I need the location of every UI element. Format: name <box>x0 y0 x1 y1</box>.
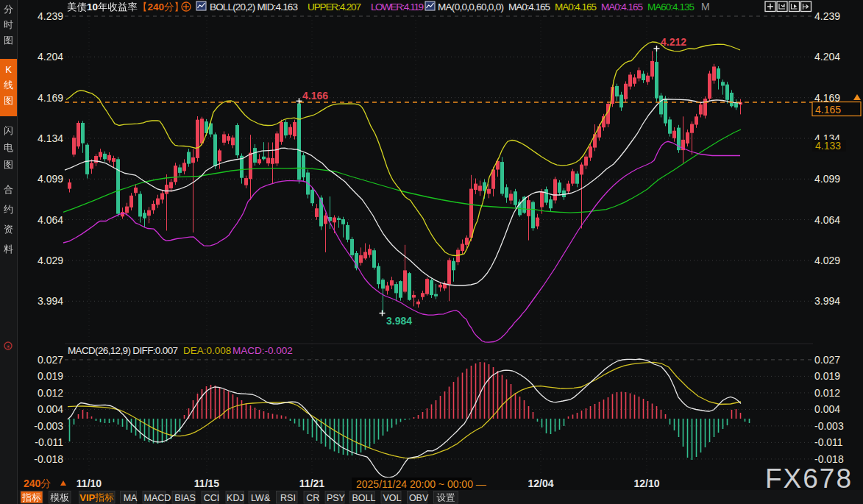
svg-text:-0.011: -0.011 <box>35 436 63 448</box>
svg-text:240: 240 <box>148 1 165 13</box>
svg-text:0.012: 0.012 <box>38 387 63 399</box>
svg-text:10: 10 <box>87 1 98 13</box>
svg-text:0.019: 0.019 <box>814 370 840 382</box>
svg-text:12/10: 12/10 <box>633 478 659 489</box>
svg-text:UPPER:4.207: UPPER:4.207 <box>308 1 361 13</box>
svg-text:4.204: 4.204 <box>814 51 840 63</box>
svg-text:OBV: OBV <box>409 493 429 503</box>
svg-text:4.099: 4.099 <box>814 173 840 185</box>
svg-text:M: M <box>701 1 710 13</box>
svg-text:BIAS: BIAS <box>174 493 195 503</box>
svg-text:0.004: 0.004 <box>38 403 63 415</box>
svg-text:-0.003: -0.003 <box>34 420 63 432</box>
svg-text:4.134: 4.134 <box>38 132 63 144</box>
svg-text:-0.011: -0.011 <box>814 436 843 448</box>
svg-text:CR: CR <box>306 493 319 503</box>
svg-text:MA(0,0,0,60,0,0): MA(0,0,0,60,0,0) <box>438 1 504 13</box>
svg-text:LOWER:4.119: LOWER:4.119 <box>371 1 424 13</box>
svg-text:MA0:4.165: MA0:4.165 <box>508 1 550 13</box>
svg-text:MA0:4.165: MA0:4.165 <box>555 1 597 13</box>
svg-text:-0.003: -0.003 <box>814 420 844 432</box>
svg-text:4.239: 4.239 <box>814 10 840 22</box>
svg-text:4.166: 4.166 <box>302 90 328 102</box>
svg-text:4.239: 4.239 <box>38 10 63 22</box>
svg-text:FX678: FX678 <box>765 464 853 494</box>
svg-text:11/10: 11/10 <box>77 478 102 489</box>
svg-text:RSI: RSI <box>280 493 296 503</box>
svg-text:MA: MA <box>124 493 138 503</box>
svg-text:4.212: 4.212 <box>661 36 686 48</box>
svg-text:12/04: 12/04 <box>528 478 553 489</box>
svg-text:VOL: VOL <box>383 493 401 503</box>
svg-text:3.984: 3.984 <box>386 315 412 327</box>
svg-text:11/15: 11/15 <box>194 478 219 489</box>
svg-text:3.994: 3.994 <box>38 295 63 307</box>
svg-text:240: 240 <box>24 478 41 489</box>
svg-text:PSY: PSY <box>327 493 346 503</box>
svg-text:MACD(26,12,9) DIFF:0.007: MACD(26,12,9) DIFF:0.007 <box>68 345 178 356</box>
svg-text:11/21: 11/21 <box>299 478 324 489</box>
svg-text:4.165: 4.165 <box>815 104 841 116</box>
svg-text:MA0:4.165: MA0:4.165 <box>601 1 643 13</box>
svg-text:0.027: 0.027 <box>38 354 63 366</box>
svg-text:CCI: CCI <box>204 493 220 503</box>
svg-text:K: K <box>5 64 12 75</box>
svg-text:LW&: LW& <box>251 493 271 503</box>
svg-text:0.019: 0.019 <box>38 370 63 382</box>
svg-text:DEA:0.008: DEA:0.008 <box>183 345 231 356</box>
svg-text:0.027: 0.027 <box>814 354 840 366</box>
svg-text:MACD:-0.002: MACD:-0.002 <box>232 345 293 356</box>
svg-text:2025/11/24 20:00 ~ 00:00 —: 2025/11/24 20:00 ~ 00:00 — <box>356 478 486 490</box>
svg-text:BOLL: BOLL <box>352 493 375 503</box>
svg-text:4.099: 4.099 <box>38 173 63 185</box>
svg-text:-0.018: -0.018 <box>34 453 63 465</box>
svg-text:0.004: 0.004 <box>814 403 840 415</box>
svg-text:KDJ: KDJ <box>227 493 244 503</box>
svg-text:4.133: 4.133 <box>815 140 841 152</box>
svg-text:4.029: 4.029 <box>814 255 840 266</box>
svg-text:4.169: 4.169 <box>38 92 63 104</box>
svg-text:BOLL(20,2) MID:4.163: BOLL(20,2) MID:4.163 <box>210 1 298 13</box>
svg-text:4.064: 4.064 <box>38 214 63 226</box>
svg-text:☀: ☀ <box>5 344 10 350</box>
svg-text:4.204: 4.204 <box>38 51 63 63</box>
svg-text:0.012: 0.012 <box>814 387 840 399</box>
svg-text:4.029: 4.029 <box>38 255 63 266</box>
svg-text:3.994: 3.994 <box>814 295 840 307</box>
svg-text:4.064: 4.064 <box>814 214 840 226</box>
svg-text:VIP: VIP <box>79 492 95 503</box>
svg-text:MA60:4.135: MA60:4.135 <box>647 1 695 13</box>
svg-text:MACD: MACD <box>144 493 171 503</box>
